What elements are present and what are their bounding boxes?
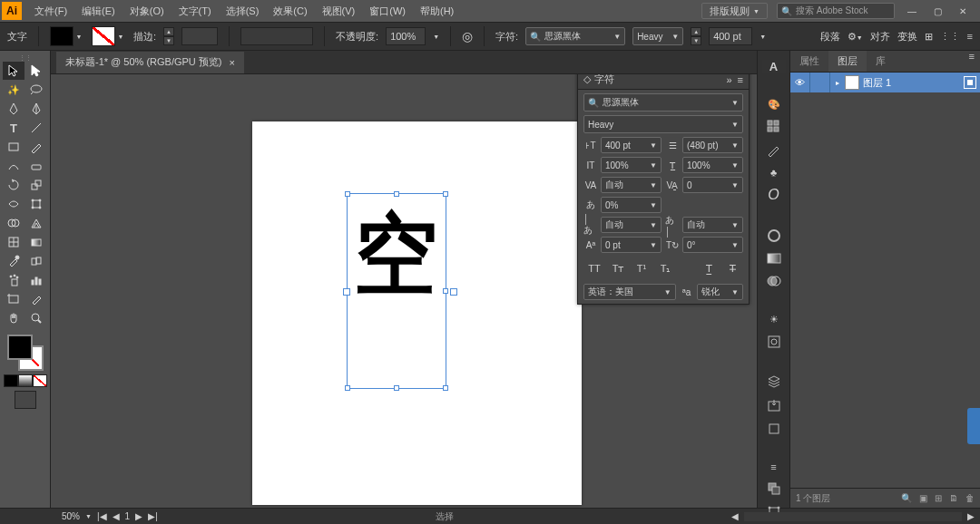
shape-builder-tool[interactable] [3,214,24,232]
control-font-size-spinner[interactable]: ▲▼ [691,27,701,45]
color-dock-icon[interactable]: 🎨 [764,99,784,111]
layers-dock-icon[interactable] [764,374,784,389]
char-aki-right[interactable]: 自动▼ [682,217,743,233]
artboard-tool[interactable] [3,290,24,308]
opacity-input[interactable] [386,27,426,45]
status-scrollbar[interactable] [744,512,962,521]
maximize-button[interactable]: ▢ [929,5,946,17]
delete-layer-icon[interactable]: 🗑 [965,493,975,503]
layers-panel-menu-icon[interactable]: ≡ [964,51,980,72]
superscript-button[interactable]: T¹ [632,260,651,277]
char-font-family[interactable]: 🔍 思源黑体▼ [583,93,743,112]
character-dock-icon[interactable]: A [762,60,786,73]
fill-stroke-indicator[interactable] [5,333,45,373]
minimize-button[interactable]: — [904,5,920,17]
menu-help[interactable]: 帮助(H) [413,2,461,21]
layer-visibility-toggle[interactable]: 👁 [790,73,810,92]
slice-tool[interactable] [25,290,47,308]
artboard-next-icon[interactable]: ▶ [135,511,142,521]
curvature-tool[interactable] [25,100,47,118]
text-out-port[interactable] [450,288,457,296]
char-tsume[interactable]: 0%▼ [601,197,662,213]
prefs-icon[interactable]: ⚙▼ [848,31,863,43]
artboards-dock-icon[interactable] [764,422,784,436]
zoom-tool[interactable] [25,309,47,327]
char-tracking[interactable]: 0▼ [682,177,743,193]
align-dock-icon[interactable]: ≡ [764,461,784,472]
canvas[interactable]: 空 ◇ 字符 » ≡ 🔍 思源黑体▼ Heavy▼ ꜔T400 pt▼ ☰(48… [51,74,757,508]
new-sublayer-icon[interactable]: ⊞ [935,493,942,503]
char-language[interactable]: 英语：美国▼ [583,284,676,300]
close-button[interactable]: ✕ [955,5,971,17]
align-link-label[interactable]: 对齐 [870,30,890,44]
stroke-swatch[interactable] [92,26,115,46]
menu-view[interactable]: 视图(V) [315,2,363,21]
artboard-first-icon[interactable]: |◀ [97,511,107,521]
width-tool[interactable] [3,195,24,213]
control-font-size-input[interactable] [709,27,752,45]
paintbrush-tool[interactable] [25,138,47,156]
tools-grip[interactable]: ⋮⋮ [0,54,50,62]
lasso-tool[interactable] [25,81,47,99]
swatches-dock-icon[interactable] [764,120,784,134]
artboard-number[interactable]: 1 [125,511,131,521]
stock-search-input[interactable]: 🔍 搜索 Adobe Stock [777,3,895,19]
new-layer-icon[interactable]: 🗎 [949,493,958,503]
selection-tool[interactable] [3,62,24,80]
menu-object[interactable]: 对象(O) [122,2,172,21]
status-scroll-left[interactable]: ◀ [731,511,739,521]
menu-type[interactable]: 文字(T) [172,2,219,21]
locate-object-icon[interactable]: 🔍 [901,493,912,503]
layers-tab[interactable]: 图层 [828,51,867,72]
transparency-dock-icon[interactable] [764,274,784,288]
char-aki-left[interactable]: 自动▼ [601,217,662,233]
draw-mode-normal[interactable] [15,391,36,409]
strikethrough-button[interactable]: T̶ [723,260,741,277]
magic-wand-tool[interactable]: ✨ [3,81,24,99]
layer-lock-toggle[interactable] [810,73,830,92]
asset-export-dock-icon[interactable] [764,398,784,412]
recolor-icon[interactable]: ◎ [462,29,473,44]
gradient-tool[interactable] [25,233,47,251]
panel-menu-icon[interactable]: ≡ [738,74,743,85]
panel-menu-icon[interactable]: ≡ [967,31,973,42]
stroke-dock-icon[interactable] [764,228,784,243]
layer-row[interactable]: 👁 ▸ 图层 1 [790,73,980,92]
char-kerning[interactable]: 自动▼ [601,177,662,193]
graphic-styles-dock-icon[interactable] [764,335,784,349]
pathfinder-dock-icon[interactable] [764,481,784,496]
color-mode-switcher[interactable] [4,374,47,387]
fill-swatch-dropdown[interactable]: ▼ [74,26,84,46]
char-hscale[interactable]: 100%▼ [682,157,743,173]
menu-select[interactable]: 选择(S) [219,2,267,21]
small-caps-button[interactable]: Tᴛ [609,260,627,277]
appearance-dock-icon[interactable]: ☀ [764,314,784,325]
all-caps-button[interactable]: TT [585,260,603,277]
char-antialias[interactable]: 锐化▼ [697,284,743,300]
char-rotation[interactable]: 0°▼ [682,237,743,253]
free-transform-tool[interactable] [25,195,47,213]
glyphs-dock-icon[interactable]: O [764,187,784,203]
brushes-dock-icon[interactable] [764,143,784,158]
hand-tool[interactable] [3,309,24,327]
direct-selection-tool[interactable] [25,62,47,80]
char-leading[interactable]: (480 pt)▼ [682,137,743,153]
gradient-dock-icon[interactable] [764,252,784,265]
opacity-dropdown[interactable]: ▼ [433,34,439,40]
perspective-grid-tool[interactable] [25,214,47,232]
control-font-size-dropdown[interactable]: ▼ [760,34,766,40]
character-panel-header[interactable]: ◇ 字符 » ≡ [578,74,749,90]
blend-tool[interactable] [25,252,47,270]
transform-icon[interactable]: ⊞ [925,31,933,43]
mesh-tool[interactable] [3,233,24,251]
edge-expand-handle[interactable] [967,408,980,444]
menu-edit[interactable]: 编辑(E) [74,2,122,21]
document-tab[interactable]: 未标题-1* @ 50% (RGB/GPU 预览) × [56,52,244,73]
layer-twirl-icon[interactable]: ▸ [830,79,845,87]
make-clipping-mask-icon[interactable]: ▣ [919,493,927,503]
underline-button[interactable]: T̲ [700,260,718,277]
symbols-dock-icon[interactable]: ♣ [764,167,784,178]
menu-file[interactable]: 文件(F) [27,2,74,21]
stroke-swatch-dropdown[interactable]: ▼ [115,26,126,46]
menu-window[interactable]: 窗口(W) [362,2,413,21]
